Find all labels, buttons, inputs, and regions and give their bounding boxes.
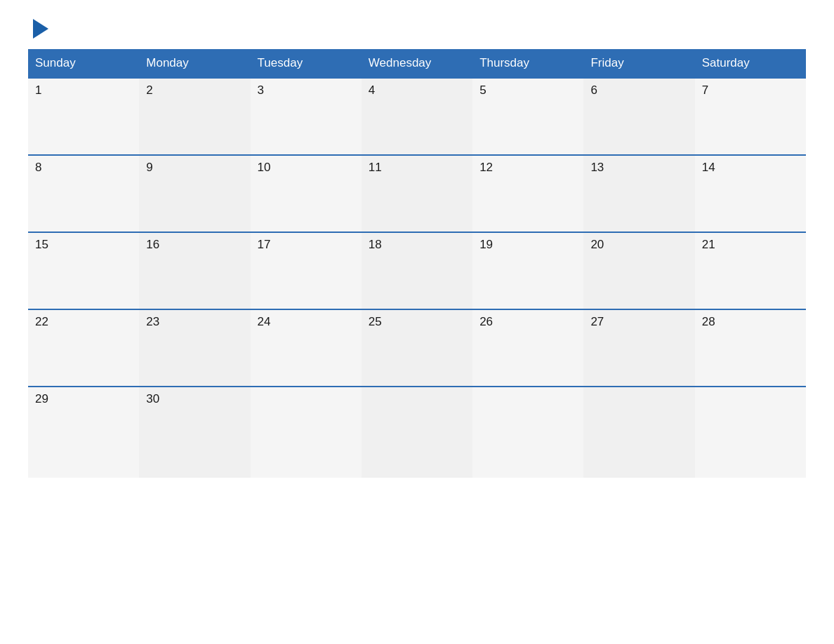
calendar-day-cell: 19 xyxy=(472,232,583,309)
calendar-day-cell: 22 xyxy=(28,309,139,387)
calendar-body: 1234567891011121314151617181920212223242… xyxy=(28,78,806,478)
calendar-day-cell: 12 xyxy=(472,155,583,232)
logo-triangle-icon xyxy=(33,19,48,39)
calendar-day-cell xyxy=(695,387,806,478)
weekday-header-thursday: Thursday xyxy=(472,49,583,78)
calendar-day-cell: 18 xyxy=(362,232,472,309)
day-number: 22 xyxy=(35,315,48,328)
day-number: 18 xyxy=(369,238,382,251)
calendar-week-3: 15161718192021 xyxy=(28,232,806,309)
page-header xyxy=(28,21,806,36)
day-number: 9 xyxy=(146,161,152,174)
calendar-day-cell: 20 xyxy=(583,232,694,309)
calendar-day-cell xyxy=(472,387,583,478)
weekday-header-tuesday: Tuesday xyxy=(251,49,362,78)
calendar-day-cell: 3 xyxy=(251,78,362,155)
calendar-week-4: 22232425262728 xyxy=(28,309,806,387)
day-number: 11 xyxy=(369,161,382,174)
calendar-day-cell xyxy=(362,387,472,478)
weekday-header-sunday: Sunday xyxy=(28,49,139,78)
calendar-day-cell xyxy=(583,387,694,478)
day-number: 21 xyxy=(702,238,715,251)
calendar-day-cell: 9 xyxy=(139,155,250,232)
day-number: 3 xyxy=(258,83,264,97)
day-number: 30 xyxy=(146,392,159,405)
calendar-week-2: 891011121314 xyxy=(28,155,806,232)
day-number: 6 xyxy=(590,83,597,97)
calendar-table: SundayMondayTuesdayWednesdayThursdayFrid… xyxy=(28,49,806,478)
day-number: 19 xyxy=(479,238,493,251)
day-number: 24 xyxy=(258,315,271,328)
day-number: 20 xyxy=(590,238,604,251)
day-number: 25 xyxy=(369,315,382,328)
weekday-header-monday: Monday xyxy=(139,49,250,78)
calendar-day-cell: 15 xyxy=(28,232,139,309)
calendar-day-cell: 28 xyxy=(695,309,806,387)
calendar-day-cell xyxy=(251,387,362,478)
calendar-day-cell: 26 xyxy=(472,309,583,387)
calendar-day-cell: 27 xyxy=(583,309,694,387)
day-number: 29 xyxy=(35,392,48,405)
logo xyxy=(28,21,51,36)
calendar-day-cell: 10 xyxy=(251,155,362,232)
calendar-day-cell: 11 xyxy=(362,155,472,232)
weekday-header-row: SundayMondayTuesdayWednesdayThursdayFrid… xyxy=(28,49,806,78)
calendar-day-cell: 6 xyxy=(583,78,694,155)
calendar-week-5: 2930 xyxy=(28,387,806,478)
calendar-day-cell: 25 xyxy=(362,309,472,387)
weekday-header-saturday: Saturday xyxy=(695,49,806,78)
calendar-header: SundayMondayTuesdayWednesdayThursdayFrid… xyxy=(28,49,806,78)
day-number: 1 xyxy=(35,83,41,97)
day-number: 27 xyxy=(590,315,604,328)
weekday-header-wednesday: Wednesday xyxy=(362,49,472,78)
calendar-day-cell: 29 xyxy=(28,387,139,478)
calendar-day-cell: 16 xyxy=(139,232,250,309)
calendar-day-cell: 5 xyxy=(472,78,583,155)
day-number: 7 xyxy=(702,83,708,97)
calendar-day-cell: 21 xyxy=(695,232,806,309)
weekday-header-friday: Friday xyxy=(583,49,694,78)
calendar-day-cell: 24 xyxy=(251,309,362,387)
day-number: 23 xyxy=(146,315,159,328)
day-number: 4 xyxy=(369,83,375,97)
day-number: 17 xyxy=(258,238,271,251)
day-number: 14 xyxy=(702,161,715,174)
day-number: 5 xyxy=(479,83,486,97)
calendar-day-cell: 14 xyxy=(695,155,806,232)
day-number: 15 xyxy=(35,238,48,251)
day-number: 8 xyxy=(35,161,41,174)
day-number: 28 xyxy=(702,315,715,328)
calendar-day-cell: 1 xyxy=(28,78,139,155)
calendar-day-cell: 4 xyxy=(362,78,472,155)
calendar-day-cell: 30 xyxy=(139,387,250,478)
calendar-day-cell: 2 xyxy=(139,78,250,155)
day-number: 13 xyxy=(590,161,604,174)
calendar-day-cell: 7 xyxy=(695,78,806,155)
calendar-day-cell: 17 xyxy=(251,232,362,309)
calendar-day-cell: 23 xyxy=(139,309,250,387)
day-number: 26 xyxy=(479,315,493,328)
day-number: 16 xyxy=(146,238,159,251)
calendar-day-cell: 13 xyxy=(583,155,694,232)
day-number: 2 xyxy=(146,83,152,97)
calendar-week-1: 1234567 xyxy=(28,78,806,155)
day-number: 12 xyxy=(479,161,493,174)
day-number: 10 xyxy=(258,161,271,174)
logo-general xyxy=(28,21,51,36)
calendar-day-cell: 8 xyxy=(28,155,139,232)
